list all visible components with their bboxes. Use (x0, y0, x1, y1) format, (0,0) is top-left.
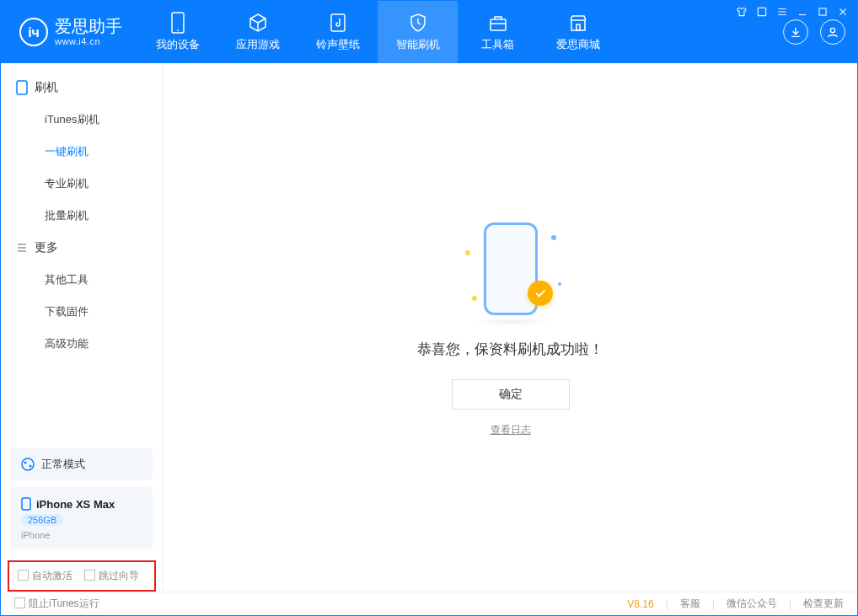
check-icon (528, 281, 553, 306)
svg-text:iч: iч (28, 25, 40, 40)
ok-button[interactable]: 确定 (452, 379, 570, 410)
device-capacity: 256GB (21, 514, 63, 526)
device-type: iPhone (21, 530, 142, 540)
checkbox-auto-activate[interactable]: 自动激活 (18, 569, 72, 583)
music-icon (327, 12, 349, 34)
phone-icon (16, 80, 28, 95)
view-log-link[interactable]: 查看日志 (491, 423, 531, 437)
svg-rect-11 (17, 81, 27, 94)
close-icon[interactable] (837, 6, 849, 20)
checkbox-block-itunes[interactable]: 阻止iTunes运行 (14, 597, 99, 611)
header: iч 爱思助手 www.i4.cn 我的设备 应用游戏 铃声壁纸 智能刷机 工具… (1, 1, 857, 63)
sidebar-item-itunes-flash[interactable]: iTunes刷机 (1, 104, 163, 136)
app-name: 爱思助手 (55, 18, 122, 35)
tshirt-icon[interactable] (736, 6, 748, 20)
sidebar-item-one-click[interactable]: 一键刷机 (1, 136, 163, 168)
cube-icon (247, 12, 269, 34)
tab-label: 智能刷机 (396, 37, 440, 52)
tab-toolbox[interactable]: 工具箱 (458, 1, 538, 63)
sidebar-group-flash: 刷机 (1, 72, 163, 104)
group-label: 刷机 (35, 80, 58, 95)
checkbox-label: 自动激活 (32, 570, 72, 581)
mode-panel: 正常模式 (11, 448, 153, 480)
tab-label: 我的设备 (156, 37, 200, 52)
checkbox-label: 阻止iTunes运行 (29, 597, 99, 609)
tab-store[interactable]: 爱思商城 (538, 1, 618, 63)
phone-icon (21, 497, 31, 511)
footer-link-service[interactable]: 客服 (680, 597, 700, 611)
svg-rect-9 (576, 24, 580, 30)
mode-label: 正常模式 (41, 457, 85, 472)
version-label: V8.16 (627, 598, 653, 610)
tab-label: 工具箱 (481, 37, 514, 52)
svg-rect-7 (491, 19, 506, 30)
highlighted-options: 自动激活 跳过向导 (8, 560, 156, 592)
shield-icon (407, 12, 429, 34)
app-logo-icon: iч (19, 18, 48, 46)
lock-icon[interactable] (756, 6, 768, 20)
sidebar: 刷机 iTunes刷机 一键刷机 专业刷机 批量刷机 更多 其他工具 下载固件 … (1, 63, 164, 592)
tab-ringtone[interactable]: 铃声壁纸 (298, 1, 378, 63)
success-illustration (460, 218, 561, 319)
svg-point-10 (830, 28, 834, 32)
device-panel[interactable]: iPhone XS Max 256GB iPhone (11, 487, 153, 549)
mode-icon (21, 458, 35, 471)
device-name: iPhone XS Max (36, 498, 115, 511)
phone-icon (167, 12, 189, 34)
footer-link-wechat[interactable]: 微信公众号 (727, 597, 777, 611)
logo-area: iч 爱思助手 www.i4.cn (1, 1, 137, 63)
svg-point-5 (177, 29, 179, 31)
maximize-icon[interactable] (817, 6, 829, 20)
sidebar-item-batch-flash[interactable]: 批量刷机 (1, 200, 163, 232)
body: 刷机 iTunes刷机 一键刷机 专业刷机 批量刷机 更多 其他工具 下载固件 … (1, 63, 857, 592)
tab-apps[interactable]: 应用游戏 (217, 1, 298, 63)
svg-rect-0 (758, 8, 765, 15)
footer-link-update[interactable]: 检查更新 (803, 597, 844, 611)
sidebar-item-download-fw[interactable]: 下载固件 (1, 296, 163, 328)
top-tabs: 我的设备 应用游戏 铃声壁纸 智能刷机 工具箱 爱思商城 (137, 1, 783, 63)
download-button[interactable] (783, 19, 808, 45)
svg-rect-1 (819, 8, 826, 15)
group-label: 更多 (35, 240, 58, 255)
menu-icon[interactable] (776, 6, 788, 20)
main-content: 恭喜您，保资料刷机成功啦！ 确定 查看日志 (164, 63, 857, 592)
tab-my-device[interactable]: 我的设备 (137, 1, 217, 63)
sidebar-group-more: 更多 (1, 232, 163, 264)
minimize-icon[interactable] (796, 6, 808, 20)
tab-label: 应用游戏 (236, 37, 280, 52)
footer: 阻止iTunes运行 V8.16 | 客服 | 微信公众号 | 检查更新 (1, 592, 857, 615)
checkbox-skip-guide[interactable]: 跳过向导 (84, 569, 139, 583)
tab-label: 铃声壁纸 (316, 37, 360, 52)
shop-icon (567, 12, 589, 34)
svg-rect-8 (571, 20, 585, 30)
sidebar-item-pro-flash[interactable]: 专业刷机 (1, 168, 163, 200)
svg-point-13 (24, 462, 27, 464)
window-controls (736, 6, 849, 20)
app-site: www.i4.cn (55, 36, 122, 46)
toolbox-icon (487, 12, 509, 34)
tab-smart-flash[interactable]: 智能刷机 (378, 1, 458, 63)
sidebar-item-advanced[interactable]: 高级功能 (1, 328, 163, 360)
user-button[interactable] (820, 19, 845, 45)
list-icon (16, 242, 28, 254)
tab-label: 爱思商城 (556, 37, 600, 52)
checkbox-label: 跳过向导 (99, 570, 139, 581)
success-message: 恭喜您，保资料刷机成功啦！ (417, 340, 603, 359)
svg-point-14 (29, 465, 32, 468)
svg-point-12 (22, 458, 34, 470)
svg-rect-15 (22, 498, 30, 510)
sidebar-item-other-tools[interactable]: 其他工具 (1, 264, 163, 296)
